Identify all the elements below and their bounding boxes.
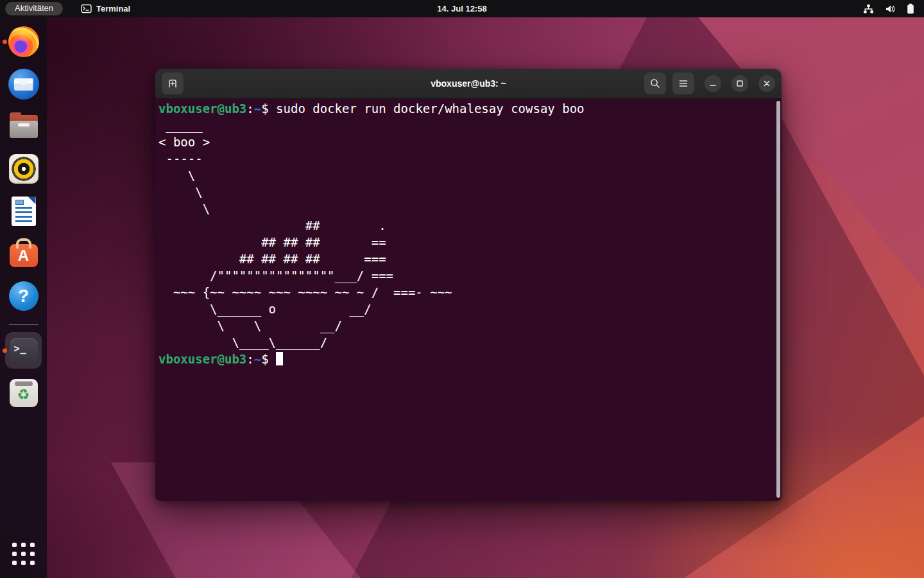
dock-item-rhythmbox[interactable] <box>0 153 47 184</box>
dock-item-thunderbird[interactable] <box>0 69 47 100</box>
dock <box>0 17 47 578</box>
minimize-button[interactable] <box>705 75 721 92</box>
show-applications-button[interactable] <box>0 534 47 573</box>
dock-item-firefox[interactable] <box>0 26 47 57</box>
system-status-area[interactable] <box>853 0 924 17</box>
terminal-mini-icon <box>81 4 92 13</box>
prompt-colon: : <box>246 352 253 366</box>
window-controls <box>644 73 775 94</box>
terminal-icon <box>10 338 38 363</box>
files-icon <box>10 115 38 138</box>
writer-image-placeholder <box>15 200 24 205</box>
close-icon <box>762 79 771 88</box>
focused-app-label: Terminal <box>96 4 130 13</box>
folder-slot <box>18 123 30 127</box>
minimize-icon <box>708 79 717 88</box>
command-line: vboxuser@ub3:~$ sudo docker run docker/w… <box>158 100 773 117</box>
trash-icon <box>10 379 38 407</box>
window-headerbar: vboxuser@ub3: ~ <box>155 69 782 99</box>
maximize-icon <box>735 79 744 88</box>
thunderbird-icon <box>8 69 39 100</box>
firefox-icon <box>8 26 39 57</box>
battery-icon <box>907 3 914 14</box>
ubuntu-software-icon <box>10 244 38 267</box>
network-icon <box>863 4 874 14</box>
dock-item-libreoffice-writer[interactable] <box>0 196 47 227</box>
prompt-colon: : <box>246 101 253 116</box>
top-bar: Aktivitäten Terminal 14. Jul 12:58 <box>0 0 924 17</box>
dock-item-ubuntu-software[interactable] <box>0 238 47 269</box>
new-tab-icon <box>166 77 179 90</box>
prompt-path: ~ <box>254 352 261 366</box>
close-button[interactable] <box>758 75 775 92</box>
dock-item-trash[interactable] <box>0 378 47 408</box>
terminal-window: vboxuser@ub3: ~ <box>155 69 782 501</box>
new-tab-button[interactable] <box>162 73 184 94</box>
terminal-scrollbar[interactable] <box>776 101 780 498</box>
prompt-symbol: $ <box>261 101 276 116</box>
terminal-content[interactable]: vboxuser@ub3:~$ sudo docker run docker/w… <box>155 99 782 501</box>
search-icon <box>649 78 661 89</box>
maximize-button[interactable] <box>732 75 748 92</box>
clock-button[interactable]: 14. Jul 12:58 <box>431 0 493 17</box>
whalesay-output: _____ < boo > ----- \ \ \ ## . ## ## ## … <box>158 117 773 351</box>
prompt-symbol: $ <box>261 352 276 366</box>
hamburger-menu-icon <box>678 78 689 89</box>
writer-text-lines <box>15 207 32 222</box>
prompt-path: ~ <box>254 101 261 116</box>
volume-icon <box>885 4 896 14</box>
running-indicator <box>3 40 7 44</box>
prompt-user-host: vboxuser@ub3 <box>158 352 246 366</box>
window-title: vboxuser@ub3: ~ <box>431 78 506 89</box>
focused-app-menu[interactable]: Terminal <box>81 4 130 13</box>
help-icon <box>9 281 38 311</box>
activities-button[interactable]: Aktivitäten <box>5 2 63 15</box>
dock-separator <box>9 324 38 325</box>
menu-button[interactable] <box>672 73 694 94</box>
prompt-line: vboxuser@ub3:~$ <box>158 351 773 367</box>
grid-icon <box>12 543 35 565</box>
search-button[interactable] <box>644 73 666 94</box>
dock-item-help[interactable] <box>0 281 47 311</box>
running-indicator <box>3 349 7 353</box>
rhythmbox-icon <box>9 154 38 184</box>
dock-item-terminal[interactable] <box>0 335 47 366</box>
dock-item-files[interactable] <box>0 111 47 142</box>
command-text: sudo docker run docker/whalesay cowsay b… <box>276 101 584 116</box>
libreoffice-writer-icon <box>12 197 36 226</box>
desktop: Aktivitäten Terminal 14. Jul 12:58 <box>0 0 924 578</box>
prompt-user-host: vboxuser@ub3 <box>158 101 246 116</box>
text-cursor <box>276 352 283 365</box>
